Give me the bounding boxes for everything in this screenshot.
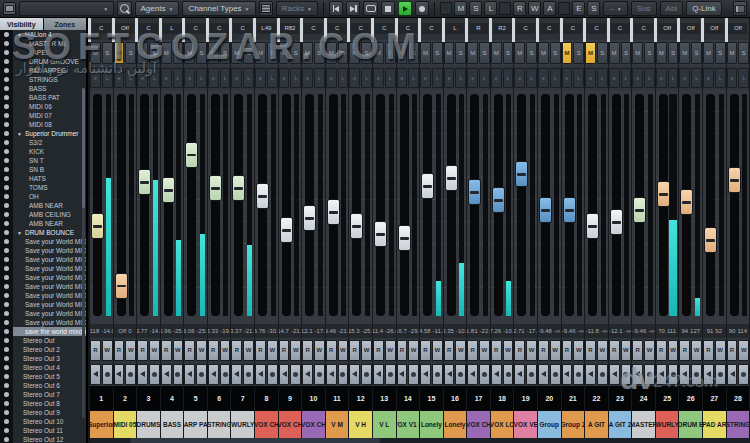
channel-name[interactable]: A GIT [585, 410, 608, 438]
fader-handle[interactable] [633, 197, 646, 223]
monitor-button[interactable] [137, 364, 148, 385]
solo-button[interactable]: S [479, 42, 490, 64]
sidebar-track-row[interactable]: Save your World MIX 2 [0, 273, 86, 282]
visibility-dot-icon[interactable] [4, 347, 9, 352]
listen-button[interactable]: L [526, 68, 537, 88]
pan-control[interactable]: C [210, 23, 229, 34]
sidebar-track-row[interactable]: SN T [0, 156, 86, 165]
sidebar-track-row[interactable]: BASS [0, 84, 86, 93]
listen-button[interactable]: L [479, 68, 490, 88]
visibility-dot-icon[interactable] [4, 293, 9, 298]
read-automation-button[interactable]: R [114, 340, 125, 361]
channel-name[interactable]: Lonely [420, 410, 443, 438]
edit-button[interactable]: e [161, 68, 172, 88]
visibility-dot-icon[interactable] [4, 428, 9, 433]
channel-name[interactable]: DRUMS [137, 410, 160, 438]
listen-button[interactable]: L [220, 68, 231, 88]
monitor-button[interactable] [231, 364, 242, 385]
pan-control[interactable]: Off [658, 23, 677, 34]
monitor-button[interactable] [703, 364, 714, 385]
edit-button[interactable]: e [114, 68, 125, 88]
record-enable-button[interactable] [196, 364, 207, 385]
write-automation-button[interactable]: W [173, 340, 184, 361]
write-automation-button[interactable]: W [290, 340, 301, 361]
record-enable-button[interactable] [550, 364, 561, 385]
record-enable-button[interactable] [573, 364, 584, 385]
channel-types-dropdown[interactable]: Channel Types▼ [182, 1, 255, 16]
monitor-button[interactable] [609, 364, 620, 385]
go-to-start-button[interactable] [329, 1, 343, 16]
mute-button[interactable]: M [679, 42, 690, 64]
pan-control[interactable]: C [611, 23, 630, 34]
record-enable-button[interactable] [290, 364, 301, 385]
record-enable-button[interactable] [149, 364, 160, 385]
mute-button[interactable]: M [373, 42, 384, 64]
listen-button[interactable]: L [550, 68, 561, 88]
write-automation-button[interactable]: W [503, 340, 514, 361]
sidebar-track-row[interactable]: BASS PAT [0, 93, 86, 102]
read-automation-button[interactable]: R [562, 340, 573, 361]
listen-button[interactable]: L [102, 68, 113, 88]
sidebar-track-row[interactable]: Stereo Out 5 [0, 372, 86, 381]
visibility-dot-icon[interactable] [4, 50, 9, 55]
edit-button[interactable]: e [727, 68, 738, 88]
fader-handle[interactable] [492, 187, 505, 213]
fader-handle[interactable] [115, 273, 128, 299]
edit-button[interactable]: e [349, 68, 360, 88]
horizontal-scrollbar[interactable] [90, 438, 750, 443]
pan-control[interactable]: C [92, 23, 111, 34]
pan-control[interactable]: C [304, 23, 323, 34]
pan-control[interactable]: R82 [280, 23, 299, 34]
edit-button[interactable]: e [373, 68, 384, 88]
monitor-button[interactable] [491, 364, 502, 385]
write-automation-button[interactable]: W [691, 340, 702, 361]
monitor-button[interactable] [538, 364, 549, 385]
write-automation-button[interactable]: W [149, 340, 160, 361]
record-enable-button[interactable] [668, 364, 679, 385]
toolbar-w-button[interactable]: W [528, 1, 541, 16]
pan-control[interactable]: C [516, 23, 535, 34]
visibility-dot-icon[interactable] [4, 221, 9, 226]
sidebar-scrollbar[interactable] [82, 88, 85, 418]
fader-handle[interactable] [209, 175, 222, 201]
solo-button[interactable]: S [691, 42, 702, 64]
edit-button[interactable]: e [609, 68, 620, 88]
monitor-button[interactable] [373, 364, 384, 385]
listen-button[interactable]: L [644, 68, 655, 88]
visibility-dot-icon[interactable] [4, 320, 9, 325]
mute-button[interactable]: M [562, 42, 573, 64]
listen-button[interactable]: L [361, 68, 372, 88]
fader-handle[interactable] [563, 197, 576, 223]
read-automation-button[interactable]: R [467, 340, 478, 361]
listen-button[interactable]: L [385, 68, 396, 88]
record-enable-button[interactable] [526, 364, 537, 385]
mute-button[interactable]: M [397, 42, 408, 64]
mute-button[interactable]: M [491, 42, 502, 64]
sidebar-track-row[interactable]: AMB CEILING [0, 210, 86, 219]
pan-control[interactable]: Off [115, 23, 134, 34]
sidebar-track-row[interactable]: Stereo Out [0, 336, 86, 345]
mute-button[interactable]: M [538, 42, 549, 64]
channel-name[interactable]: ARP PA [184, 410, 207, 438]
listen-button[interactable]: L [196, 68, 207, 88]
monitor-button[interactable] [632, 364, 643, 385]
fader-handle[interactable] [280, 217, 293, 243]
agents-dropdown[interactable]: Agents▼ [135, 1, 180, 16]
visibility-dot-icon[interactable] [4, 122, 9, 127]
visibility-dot-icon[interactable] [4, 140, 9, 145]
read-automation-button[interactable]: R [349, 340, 360, 361]
mute-button[interactable]: M [632, 42, 643, 64]
monitor-button[interactable] [184, 364, 195, 385]
pan-control[interactable]: C [233, 23, 252, 34]
sidebar-track-row[interactable]: ▼DRUM BOUNCE [0, 228, 86, 237]
mute-button[interactable]: M [255, 42, 266, 64]
edit-button[interactable]: e [562, 68, 573, 88]
edit-button[interactable]: e [255, 68, 266, 88]
read-automation-button[interactable]: R [326, 340, 337, 361]
channel-name[interactable]: VOX LO [491, 410, 514, 438]
pan-control[interactable]: L [445, 23, 464, 34]
toolbar-e-button[interactable]: E [572, 1, 585, 16]
pan-control[interactable]: C [139, 23, 158, 34]
edit-button[interactable]: e [679, 68, 690, 88]
edit-button[interactable]: e [703, 68, 714, 88]
